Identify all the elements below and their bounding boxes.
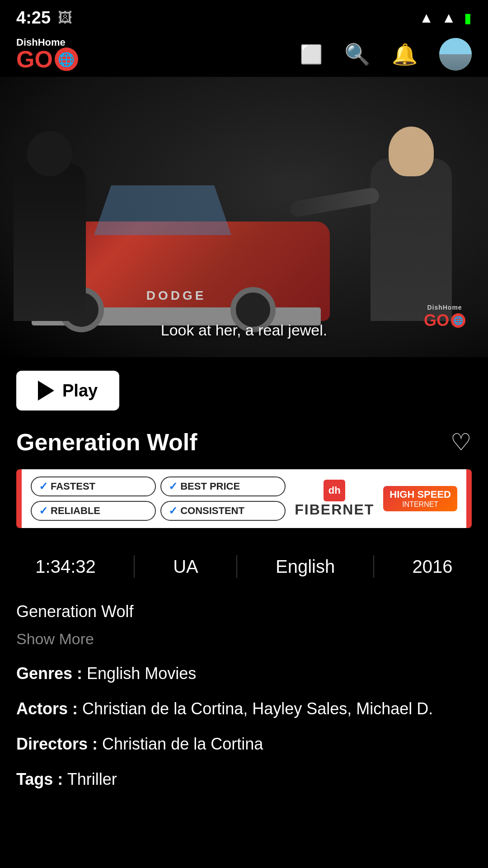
- ad-badge-best-price: ✓ BEST PRICE: [160, 476, 286, 496]
- actors-row: Actors : Christian de la Cortina, Hayley…: [16, 697, 472, 721]
- title-row: Generation Wolf ♡: [16, 429, 472, 456]
- meta-language: English: [276, 557, 335, 577]
- ad-highspeed-line1: HIGH SPEED: [389, 489, 451, 500]
- badge-consistent-label: CONSISTENT: [180, 505, 244, 517]
- video-thumbnail: DODGE Look at her, a real jewel. DishHom…: [0, 77, 488, 357]
- tags-label: Tags :: [16, 770, 63, 788]
- brand-go: GO 🌐: [16, 47, 78, 71]
- badge-reliable-label: RELIABLE: [51, 505, 100, 517]
- status-right: ▲ ▲ ▮: [419, 9, 472, 26]
- directors-row: Directors : Christian de la Cortina: [16, 732, 472, 756]
- top-nav: DishHome GO 🌐 ⬜ 🔍 🔔: [0, 32, 488, 77]
- status-time: 4:25: [16, 8, 51, 28]
- genres-label: Genres :: [16, 664, 82, 683]
- actors-value: Christian de la Cortina, Hayley Sales, M…: [82, 699, 433, 718]
- movie-description: Generation Wolf: [16, 600, 472, 623]
- meta-divider-3: [373, 555, 374, 578]
- genres-value: English Movies: [87, 664, 196, 683]
- avatar-image: [439, 38, 472, 71]
- photo-icon: 🖼: [58, 9, 72, 26]
- check-icon-fastest: ✓: [39, 480, 48, 493]
- check-icon-best-price: ✓: [169, 480, 178, 493]
- badge-fastest-label: FASTEST: [51, 481, 95, 492]
- check-icon-consistent: ✓: [169, 505, 178, 517]
- ad-badge-reliable: ✓ RELIABLE: [31, 501, 156, 521]
- watermark-brand-top: DishHome: [427, 304, 462, 311]
- video-subtitle: Look at her, a real jewel.: [0, 321, 488, 339]
- figure-left: [14, 163, 86, 321]
- cast-icon[interactable]: ⬜: [300, 44, 323, 65]
- ad-highspeed-line2: INTERNET: [389, 500, 451, 509]
- ad-brand-square-text: dh: [328, 485, 341, 496]
- meta-rating: UA: [173, 557, 198, 577]
- ad-brand-square: dh: [324, 480, 345, 501]
- ad-logo-dh: dh: [324, 480, 345, 501]
- meta-duration: 1:34:32: [35, 557, 95, 577]
- meta-year: 2016: [413, 557, 453, 577]
- signal-icon: ▲: [441, 9, 456, 26]
- metadata-row: 1:34:32 UA English 2016: [16, 546, 472, 587]
- check-icon-reliable: ✓: [39, 505, 48, 517]
- favorite-button[interactable]: ♡: [450, 429, 472, 456]
- ad-logo: dh FIBERNET: [295, 480, 374, 518]
- ad-badge-consistent: ✓ CONSISTENT: [160, 501, 286, 521]
- ad-badges: ✓ FASTEST ✓ BEST PRICE ✓ RELIABLE ✓ CONS…: [31, 476, 286, 521]
- tags-value: Thriller: [67, 770, 117, 788]
- bell-icon[interactable]: 🔔: [392, 42, 418, 66]
- wifi-icon: ▲: [419, 9, 434, 26]
- show-more-button[interactable]: Show More: [16, 630, 472, 648]
- search-icon[interactable]: 🔍: [344, 42, 370, 66]
- content-area: Play Generation Wolf ♡ ✓ FASTEST ✓ BEST …: [0, 357, 488, 816]
- figure-right-head: [389, 127, 434, 176]
- video-watermark: DishHome GO 🌐: [424, 304, 465, 330]
- status-bar: 4:25 🖼 ▲ ▲ ▮: [0, 0, 488, 32]
- globe-icon: 🌐: [55, 47, 78, 71]
- genres-row: Genres : English Movies: [16, 661, 472, 686]
- logo: DishHome GO 🌐: [16, 38, 78, 71]
- watermark-globe-icon: 🌐: [451, 313, 465, 328]
- ad-banner: ✓ FASTEST ✓ BEST PRICE ✓ RELIABLE ✓ CONS…: [16, 469, 472, 528]
- nav-icons: ⬜ 🔍 🔔: [300, 38, 472, 71]
- watermark-go: GO 🌐: [424, 311, 465, 330]
- meta-divider-1: [134, 555, 135, 578]
- watermark-go-text: GO: [424, 311, 449, 330]
- meta-divider-2: [236, 555, 237, 578]
- status-left: 4:25 🖼: [16, 8, 72, 28]
- ad-highspeed: HIGH SPEED INTERNET: [383, 486, 457, 511]
- play-label: Play: [62, 381, 98, 401]
- directors-value: Christian de la Cortina: [102, 735, 263, 753]
- actors-label: Actors :: [16, 699, 78, 718]
- brand-go-text: GO: [16, 47, 53, 71]
- play-icon: [38, 381, 54, 401]
- battery-icon: ▮: [464, 10, 472, 26]
- ad-badge-fastest: ✓ FASTEST: [31, 476, 156, 496]
- movie-title: Generation Wolf: [16, 429, 197, 456]
- video-scene: DODGE Look at her, a real jewel. DishHom…: [0, 77, 488, 357]
- directors-label: Directors :: [16, 735, 98, 753]
- tags-row: Tags : Thriller: [16, 767, 472, 792]
- figure-right: [371, 158, 452, 321]
- car-brand-text: DODGE: [146, 288, 206, 303]
- ad-fibernet-label: FIBERNET: [295, 501, 374, 518]
- play-button[interactable]: Play: [16, 371, 119, 410]
- badge-best-price-label: BEST PRICE: [180, 481, 240, 492]
- figure-left-head: [27, 131, 72, 176]
- user-avatar[interactable]: [439, 38, 472, 71]
